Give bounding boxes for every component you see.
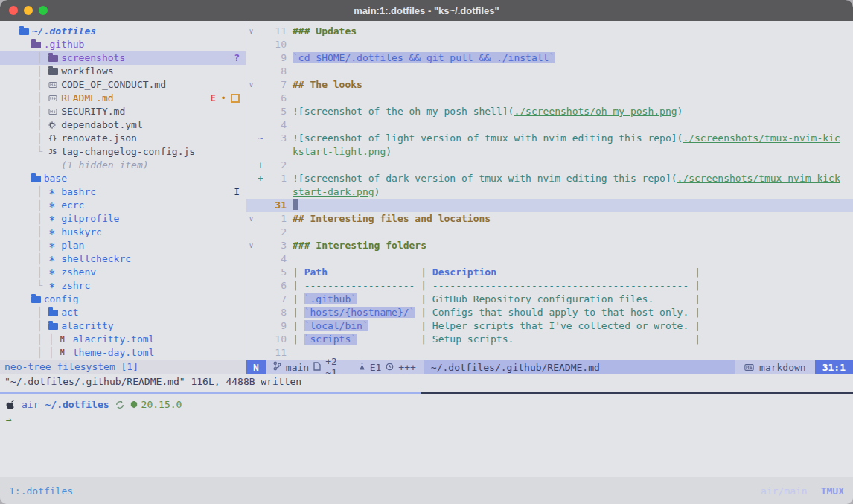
editor-line-6[interactable]: 6 [246,92,853,105]
editor-line-3[interactable]: ~3![screenshot of light version of tmux … [246,132,853,145]
tree-item-workflows[interactable]: │ workflows [0,65,246,78]
tree-guide: └ [19,279,48,293]
editor-line-wrap[interactable]: start-dark.png) [246,185,853,199]
editor-line-2[interactable]: +2 [246,159,853,172]
line-number: 2 [265,226,293,239]
editor-line-8[interactable]: 8| `hosts/{hostname}/` | Configs that sh… [246,306,853,319]
line-text: ### Interesting folders [293,239,426,252]
line-number: 31 [265,199,293,212]
syntax-thead: Description [432,267,496,278]
node-segment: 20.15.0 [130,399,182,410]
fold-column [246,118,256,132]
tree-item-gitprofile[interactable]: │ *gitprofile [0,212,246,226]
editor-line-5[interactable]: 5| Path | Description | [246,266,853,279]
prompt-cwd: ~/.dotfiles [45,399,109,410]
tmux-window-item[interactable]: 1:.dotfiles [9,485,73,497]
tree-guide: │ [19,266,48,279]
neotree-statusline: neo-tree filesystem [1] [0,360,246,374]
editor-line-11[interactable]: ∨11### Updates [246,25,853,38]
tree-item-alacritty-toml[interactable]: │ │ Malacritty.toml [0,333,246,346]
markdown-file-icon [48,95,61,101]
tmux-session-name: air/main [761,485,808,497]
tree-item-1-hidden-item[interactable]: (1 hidden item) [0,159,246,172]
fold-icon[interactable]: ∨ [246,25,256,38]
tree-item-screenshots[interactable]: │ screenshots? [0,51,246,65]
tree-item-label: screenshots [61,51,125,65]
buffer-icon [313,362,321,373]
editor-line-2[interactable]: 2 [246,226,853,239]
line-number: 7 [265,78,293,92]
tree-item-config[interactable]: config [0,293,246,306]
modified-dot-badge: • [220,92,226,105]
editor-line-9[interactable]: 9`cd $HOME/.dotfiles && git pull && ./in… [246,51,853,65]
folder-icon [31,175,44,182]
terminal-window: main:1:.dotfiles - "ks~/.dotfiles" ~/.do… [0,0,853,504]
editor-line-4[interactable]: 4 [246,252,853,266]
git-branch-icon [273,361,281,373]
tree-item-plan[interactable]: │ *plan [0,239,246,252]
syntax-md: | GitHub Repository configuration files.… [357,293,700,304]
tree-item-zshenv[interactable]: │ *zshenv [0,266,246,279]
shell-pane[interactable]: air ~/.dotfiles 20.15.0 → [0,394,853,477]
tree-item-theme-day-toml[interactable]: │ │ Mtheme-day.toml [0,346,246,360]
editor-line-7[interactable]: 7| `.github` | GitHub Repository configu… [246,293,853,306]
editor-line-4[interactable]: 4 [246,118,853,132]
star-icon: * [48,269,61,276]
line-number: 8 [265,65,293,78]
editor-line-10[interactable]: 10| `scripts` | Setup scripts. | [246,333,853,346]
tree-item-zshrc[interactable]: └ *zshrc [0,279,246,293]
sign-column [256,346,265,360]
filetype-label: markdown [759,362,806,373]
editor-line-1[interactable]: +1![screenshot of dark version of tmux w… [246,172,853,185]
tree-item-github[interactable]: .github [0,38,246,51]
editor-line-7[interactable]: ∨7## The looks [246,78,853,92]
tree-item-code-of-conduct-md[interactable]: │ CODE_OF_CONDUCT.md [0,78,246,92]
tree-item-label: renovate.json [61,132,137,145]
tree-item-tag-changelog-config-js[interactable]: └ JStag-changelog-config.js [0,145,246,159]
sign-column [256,105,265,118]
tree-item-badges: E• [210,92,240,105]
editor-pane[interactable]: ∨11### Updates109`cd $HOME/.dotfiles && … [246,21,853,374]
fold-icon[interactable]: ∨ [246,239,256,252]
fold-icon[interactable]: ∨ [246,212,256,226]
sign-column [256,306,265,319]
editor-buffer[interactable]: ∨11### Updates109`cd $HOME/.dotfiles && … [246,25,853,360]
tree-item-act[interactable]: │ act [0,306,246,319]
fold-column [246,226,256,239]
syntax-tick: ` [293,52,298,63]
editor-line-1[interactable]: ∨1## Interesting files and locations [246,212,853,226]
sign-column [256,78,265,92]
sign-column [256,65,265,78]
tree-item-huskyrc[interactable]: │ *huskyrc [0,226,246,239]
titlebar[interactable]: main:1:.dotfiles - "ks~/.dotfiles" [0,0,853,21]
editor-line-5[interactable]: 5![screenshot of the oh-my-posh shell](.… [246,105,853,118]
editor-line-31[interactable]: 31 [246,199,853,212]
editor-line-8[interactable]: 8 [246,65,853,78]
tree-guide [19,38,31,51]
syntax-code: local/bin [310,320,362,331]
fold-icon[interactable]: ∨ [246,78,256,92]
editor-line-10[interactable]: 10 [246,38,853,51]
tree-item-ecrc[interactable]: │ *ecrc [0,199,246,212]
syntax-link: ./screenshots/oh-my-posh.png [514,106,677,117]
syntax-code: hosts/{hostname}/ [310,307,409,318]
tree-item-shellcheckrc[interactable]: │ *shellcheckrc [0,252,246,266]
tree-item-security-md[interactable]: │ SECURITY.md [0,105,246,118]
tree-item-base[interactable]: base [0,172,246,185]
tree-item-alacritty[interactable]: │ alacritty [0,319,246,333]
sign-column [256,266,265,279]
tree-item-bashrc[interactable]: │ *bashrcI [0,185,246,199]
tree-item-renovate-json[interactable]: │ {}renovate.json [0,132,246,145]
editor-line-9[interactable]: 9| `local/bin` | Helper scripts that I'v… [246,319,853,333]
tree-item-readme-md[interactable]: │ README.mdE• [0,92,246,105]
editor-line-3[interactable]: ∨3### Interesting folders [246,239,853,252]
syntax-md: | [496,267,700,278]
editor-line-wrap[interactable]: kstart-light.png) [246,145,853,159]
line-text: ![screenshot of dark version of tmux wit… [293,172,840,185]
syntax-link: ./screenshots/tmux-nvim-kic [683,133,840,144]
syntax-code: scripts [310,334,351,345]
tree-item-dependabot-yml[interactable]: │ dependabot.yml [0,118,246,132]
tree-item-dotfiles[interactable]: ~/.dotfiles [0,25,246,38]
tree-item-label: base [44,172,67,185]
editor-line-6[interactable]: 6| ------------------- | ---------------… [246,279,853,293]
